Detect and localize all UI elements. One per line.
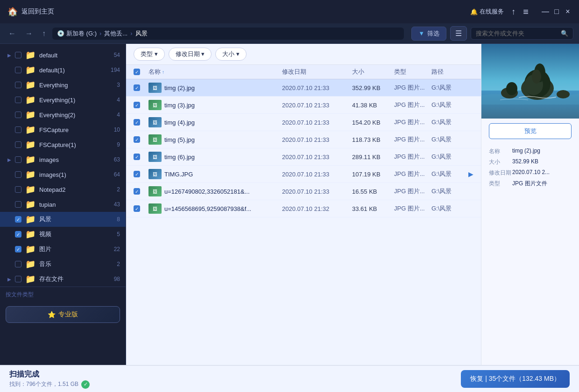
header-name[interactable]: 名称 ↑ [148,68,282,76]
type-filter-pill[interactable]: 类型 ▾ [134,48,165,61]
sidebar-item-Everything(1)[interactable]: 📁Everything(1)4 [0,92,126,107]
file-name-text: u=1456568695,9259087938&f... [164,205,251,212]
sidebar-item-count: 4 [107,112,120,118]
row-checkbox[interactable]: ✓ [134,84,148,91]
online-service[interactable]: 🔔 在线服务 [470,7,504,16]
sidebar-item-图片[interactable]: ✓📁图片22 [0,242,126,257]
table-row[interactable]: ✓🖼timg (5).jpg2020.07.10 21:33118.73 KBJ… [126,131,481,148]
search-input[interactable] [476,30,558,37]
sidebar-checkbox[interactable] [15,126,21,133]
close-button[interactable]: × [564,8,572,15]
sidebar-checkbox[interactable] [15,82,21,88]
sidebar-checkbox[interactable] [15,156,21,163]
row-size: 352.99 KB [352,84,394,91]
sidebar-item-FSCapture[interactable]: 📁FSCapture10 [0,122,126,137]
table-row[interactable]: ✓🖼timg (6).jpg2020.07.10 21:33289.11 KBJ… [126,148,481,166]
nav-bar: ← → ↑ 💿 新加卷 (G:) › 其他丢... › 风景 ▼ 筛选 ☰ 🔍 [0,23,579,44]
star-icon: ⭐ [48,311,56,318]
header-checkbox[interactable]: ✓ [134,68,148,76]
type-filter-label: 类型 ▾ [141,50,158,58]
sidebar-checkbox[interactable]: ✓ [15,216,21,223]
date-filter-pill[interactable]: 修改日期 ▾ [169,48,212,61]
up-button[interactable]: ↑ [39,28,49,40]
sidebar-checkbox[interactable] [15,97,21,103]
maximize-button[interactable]: □ [553,8,560,15]
row-checkbox[interactable]: ✓ [134,119,148,126]
sidebar-checkbox[interactable] [15,186,21,193]
sidebar-item-Everything[interactable]: 📁Everything3 [0,77,126,92]
sidebar-checkbox[interactable] [15,141,21,148]
file-info: 名称 timg (2).jpg 大小 352.99 KB 修改日期 2020.0… [481,144,579,194]
sidebar-item-default(1)[interactable]: 📁default(1)194 [0,63,126,77]
sidebar-arrow: ▶ [7,277,13,282]
table-row[interactable]: ✓🖼u=1267490802,3326052181&...2020.07.10 … [126,183,481,200]
sidebar-bottom-label: 按文件类型 [0,287,126,302]
sidebar-item-label: tupian [39,201,105,208]
pro-button[interactable]: ⭐专业版 [6,306,120,323]
info-size-label: 大小 [489,158,512,166]
sidebar-item-Notepad2[interactable]: 📁Notepad22 [0,182,126,197]
sidebar-item-images[interactable]: ▶📁images63 [0,152,126,167]
table-row[interactable]: ✓🖼timg (3).jpg2020.07.10 21:3341.38 KBJP… [126,97,481,114]
recover-button[interactable]: 恢复 | 35个文件（132.43 MB） [461,370,570,388]
breadcrumb-mid[interactable]: 其他丢... [104,29,127,38]
share-icon[interactable]: ↑ [511,7,515,17]
play-icon[interactable]: ▶ [468,170,473,178]
info-name-row: 名称 timg (2).jpg [489,147,572,155]
sidebar-checkbox[interactable] [15,261,21,267]
title-bar: 🏠 返回到主页 🔔 在线服务 ↑ ≡ — □ × [0,0,579,23]
row-checkbox[interactable]: ✓ [134,102,148,108]
sidebar-item-存在文件[interactable]: ▶📁存在文件98 [0,272,126,287]
sidebar-checkbox[interactable] [15,112,21,118]
sidebar-checkbox[interactable] [15,67,21,73]
file-thumbnail: 🖼 [148,152,162,162]
online-service-label: 在线服务 [480,7,504,16]
file-name-text: timg (4).jpg [164,119,195,126]
breadcrumb: 💿 新加卷 (G:) › 其他丢... › 风景 [52,28,404,40]
minimize-button[interactable]: — [542,8,549,15]
sidebar-checkbox[interactable] [15,201,21,208]
sidebar-checkbox[interactable] [15,171,21,178]
search-icon[interactable]: 🔍 [561,30,568,37]
filter-button[interactable]: ▼ 筛选 [411,27,446,41]
sidebar-item-default[interactable]: ▶📁default54 [0,48,126,63]
row-path: G:\风景▶ [431,170,473,178]
row-type: JPG 图片... [394,118,431,126]
sidebar-item-FSCapture(1)[interactable]: 📁FSCapture(1)9 [0,137,126,152]
row-path: G:\风景 [431,101,473,109]
filter-toolbar: 类型 ▾ 修改日期 ▾ 大小 ▾ [126,44,481,65]
size-filter-pill[interactable]: 大小 ▾ [215,48,247,61]
sidebar-item-count: 10 [107,126,120,133]
view-toggle-button[interactable]: ☰ [450,26,467,41]
sidebar-checkbox[interactable]: ✓ [15,231,21,238]
row-checkbox[interactable]: ✓ [134,154,148,160]
sidebar-item-Everything(2)[interactable]: 📁Everything(2)4 [0,107,126,122]
folder-icon: 📁 [25,169,35,180]
back-button[interactable]: ← [6,28,19,40]
sidebar-item-count: 2 [107,261,120,267]
home-label[interactable]: 返回到主页 [21,7,54,16]
row-checkbox[interactable]: ✓ [134,205,148,212]
table-row[interactable]: ✓🖼timg (2).jpg2020.07.10 21:33352.99 KBJ… [126,79,481,97]
table-row[interactable]: ✓🖼timg (4).jpg2020.07.10 21:33154.20 KBJ… [126,114,481,131]
sidebar-checkbox[interactable] [15,276,21,282]
sidebar-item-tupian[interactable]: 📁tupian43 [0,197,126,212]
row-checkbox[interactable]: ✓ [134,171,148,177]
sidebar-checkbox[interactable] [15,52,21,58]
header-size: 大小 [352,68,394,76]
sidebar-item-images(1)[interactable]: 📁images(1)64 [0,167,126,182]
table-row[interactable]: ✓🖼TIMG.JPG2020.07.10 21:33107.19 KBJPG 图… [126,166,481,183]
sidebar-item-风景[interactable]: ✓📁风景8 [0,212,126,227]
row-checkbox[interactable]: ✓ [134,136,148,143]
main-layout: ▶📁default54📁default(1)194📁Everything3📁Ev… [0,44,579,365]
sidebar-item-音乐[interactable]: 📁音乐2 [0,257,126,272]
sidebar-checkbox[interactable]: ✓ [15,246,21,252]
forward-button[interactable]: → [22,28,35,40]
table-row[interactable]: ✓🖼u=1456568695,9259087938&f...2020.07.10… [126,200,481,217]
file-table: ✓ 名称 ↑ 修改日期 大小 类型 路径 ✓🖼timg (2).jpg2020.… [126,65,481,365]
sidebar-item-视频[interactable]: ✓📁视频5 [0,227,126,242]
row-checkbox[interactable]: ✓ [134,188,148,195]
menu-icon[interactable]: ≡ [523,7,529,17]
breadcrumb-drive[interactable]: 新加卷 (G:) [66,29,97,38]
preview-button[interactable]: 预览 [489,123,572,139]
